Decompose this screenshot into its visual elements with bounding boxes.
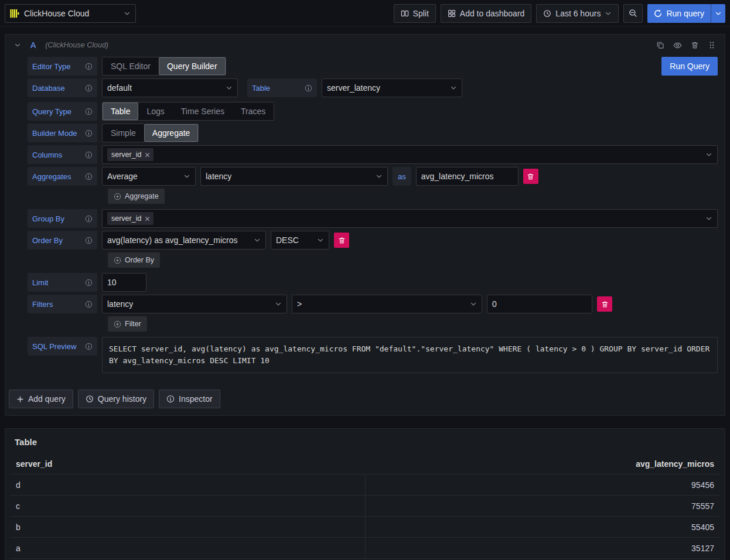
database-select[interactable]: default	[102, 78, 238, 97]
cell-avg-latency: 55405	[365, 517, 720, 537]
add-filter-label: Filter	[125, 320, 141, 328]
aggregate-function-value: Average	[107, 172, 138, 181]
info-circle-icon	[166, 395, 175, 403]
time-range-picker[interactable]: Last 6 hours	[536, 4, 619, 23]
drag-query-handle[interactable]	[708, 41, 716, 49]
info-icon	[85, 279, 93, 286]
aggregate-column-select[interactable]: latency	[200, 167, 388, 186]
filter-field-select[interactable]: latency	[102, 295, 287, 313]
database-value: default	[107, 83, 132, 93]
add-aggregate-button[interactable]: Aggregate	[108, 189, 165, 204]
builder-mode-label-text: Builder Mode	[32, 129, 77, 138]
add-filter-row: Filter	[28, 316, 718, 332]
remove-filter-button[interactable]	[597, 296, 612, 312]
time-range-label: Last 6 hours	[555, 9, 601, 18]
sql-preview-label: SQL Preview	[28, 337, 97, 356]
query-ref-id: A	[30, 40, 36, 50]
run-query-label: Run query	[666, 9, 704, 18]
duplicate-query-button[interactable]	[656, 41, 664, 49]
query-builder-form: Editor Type SQL Editor Query Builder Run…	[5, 56, 725, 373]
filter-value-input[interactable]	[487, 295, 592, 313]
as-label: as	[393, 167, 411, 186]
query-type-traces-option[interactable]: Traces	[233, 103, 274, 120]
cell-server-id: a	[10, 538, 365, 558]
group-by-chip-label: server_id	[111, 214, 141, 223]
group-by-multiselect[interactable]: server_id	[102, 209, 718, 228]
chevron-down-icon	[605, 10, 612, 17]
chevron-down-icon	[705, 151, 712, 158]
run-query-interval-dropdown[interactable]	[711, 4, 725, 23]
sql-preview-label-text: SQL Preview	[32, 342, 76, 351]
zoom-out-time-button[interactable]	[623, 4, 643, 23]
aggregate-alias-input[interactable]	[416, 167, 518, 186]
query-type-label: Query Type	[28, 102, 97, 121]
builder-mode-label: Builder Mode	[28, 124, 97, 142]
chevron-down-icon	[376, 173, 383, 180]
order-by-field-select[interactable]: avg(latency) as avg_latency_micros	[102, 231, 266, 250]
order-by-field-value: avg(latency) as avg_latency_micros	[107, 235, 238, 245]
remove-chip-icon[interactable]	[144, 152, 151, 158]
collapse-query-chevron-icon[interactable]	[14, 42, 21, 49]
query-history-button[interactable]: Query history	[78, 390, 154, 408]
column-header-server-id[interactable]: server_id	[10, 459, 365, 469]
order-by-direction-value: DESC	[276, 235, 299, 245]
hide-response-button[interactable]	[673, 41, 682, 50]
query-builder-option[interactable]: Query Builder	[159, 57, 226, 75]
filter-operator-select[interactable]: >	[292, 295, 482, 313]
aggregates-row: Aggregates Average latency as	[28, 167, 718, 186]
apps-grid-icon	[448, 9, 456, 18]
table-select[interactable]: server_latency	[322, 78, 462, 97]
remove-aggregate-button[interactable]	[523, 169, 538, 184]
table-panel: Table server_id avg_latency_micros d 954…	[5, 428, 725, 560]
columns-label-text: Columns	[32, 151, 62, 159]
sql-preview-text: SELECT server_id, avg(latency) as avg_la…	[109, 344, 709, 365]
filters-label-text: Filters	[32, 300, 53, 309]
columns-multiselect[interactable]: server_id	[102, 145, 718, 164]
add-query-button[interactable]: Add query	[9, 390, 73, 408]
plus-circle-icon	[114, 193, 121, 200]
columns-chip: server_id	[107, 148, 153, 161]
filter-operator-value: >	[297, 299, 302, 309]
editor-type-switch: SQL Editor Query Builder	[102, 57, 226, 76]
column-header-avg-latency[interactable]: avg_latency_micros	[365, 459, 720, 469]
columns-row: Columns server_id	[28, 145, 718, 164]
sql-editor-option[interactable]: SQL Editor	[103, 57, 159, 75]
sql-preview-box: SELECT server_id, avg(latency) as avg_la…	[102, 337, 718, 373]
limit-input[interactable]	[102, 273, 146, 292]
run-query-button[interactable]: Run query	[647, 4, 711, 23]
plus-circle-icon	[114, 257, 121, 264]
table-row: d 95456	[10, 474, 720, 495]
clickhouse-logo-icon	[10, 9, 19, 18]
table-body: d 95456 c 75557 b 55405 a 35127	[10, 474, 720, 559]
split-button[interactable]: Split	[394, 4, 436, 23]
clock-icon	[543, 9, 551, 18]
info-icon	[85, 108, 93, 115]
simple-mode-option[interactable]: Simple	[103, 124, 144, 142]
order-by-direction-select[interactable]: DESC	[271, 231, 329, 250]
add-to-dashboard-label: Add to dashboard	[460, 9, 525, 18]
aggregate-function-select[interactable]: Average	[102, 167, 196, 186]
refresh-icon	[654, 9, 662, 18]
add-to-dashboard-button[interactable]: Add to dashboard	[441, 4, 532, 23]
cell-avg-latency: 75557	[365, 496, 720, 516]
copy-icon	[656, 41, 664, 49]
remove-chip-icon[interactable]	[144, 216, 151, 222]
info-icon	[85, 129, 93, 137]
chevron-down-icon	[705, 215, 712, 222]
query-type-timeseries-option[interactable]: Time Series	[173, 103, 233, 120]
inspector-button[interactable]: Inspector	[159, 390, 220, 408]
add-filter-button[interactable]: Filter	[108, 316, 147, 332]
run-query-editor-button[interactable]: Run Query	[661, 57, 718, 76]
chevron-down-icon	[715, 10, 722, 17]
table-row: c 75557	[10, 495, 720, 516]
add-order-by-button[interactable]: Order By	[108, 252, 160, 268]
chevron-down-icon	[317, 237, 324, 244]
datasource-picker[interactable]: ClickHouse Cloud	[5, 4, 136, 23]
aggregate-mode-option[interactable]: Aggregate	[144, 124, 199, 142]
editor-type-label-text: Editor Type	[32, 62, 71, 71]
query-type-logs-option[interactable]: Logs	[138, 103, 172, 120]
query-type-table-option[interactable]: Table	[103, 103, 138, 120]
chevron-down-icon	[275, 301, 282, 308]
remove-query-button[interactable]	[691, 41, 699, 49]
remove-order-by-button[interactable]	[334, 233, 349, 248]
